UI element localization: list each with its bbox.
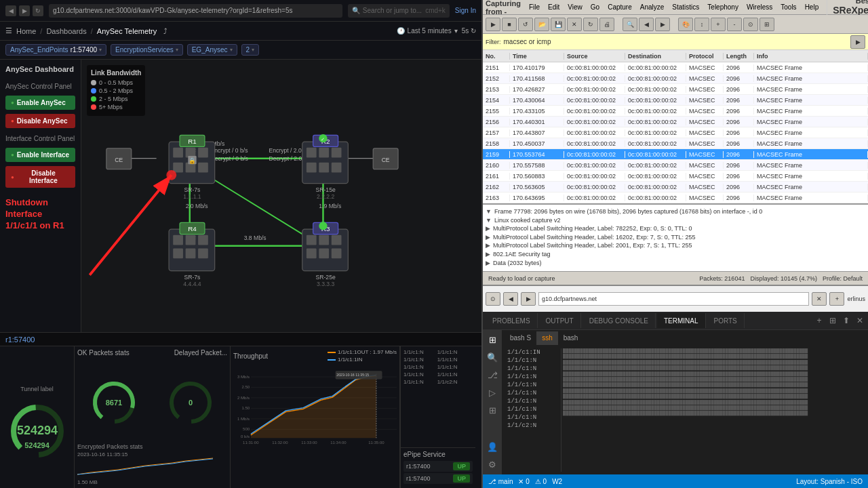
ws-btn-open[interactable]: 📂: [534, 18, 549, 31]
status-language[interactable]: Layout: Spanish - ISO: [796, 478, 863, 485]
detail-line[interactable]: ▶Data (2032 bytes): [486, 259, 865, 268]
packet-row[interactable]: 2153 170.426827 0c:00:81:00:00:02 0c:00:…: [483, 84, 868, 95]
ws-btn-find[interactable]: 🔍: [623, 18, 637, 31]
ws2-btn5[interactable]: +: [829, 292, 844, 306]
filter-apply-btn[interactable]: ▶: [850, 35, 865, 49]
term-if-9[interactable]: 1/1/c1:N: [507, 413, 558, 422]
term-if-7[interactable]: 1/1/c1:N: [507, 397, 558, 405]
detail-line[interactable]: ▼Linux cooked capture v2: [486, 216, 865, 225]
packet-row[interactable]: 2157 170.443807 0c:00:81:00:00:02 0c:00:…: [483, 127, 868, 138]
packet-row[interactable]: 2154 170.430064 0c:00:81:00:00:02 0c:00:…: [483, 95, 868, 106]
terminal-tab-bash[interactable]: bash S: [505, 331, 536, 345]
packet-row[interactable]: 2163 170.643695 0c:00:81:00:00:02 0c:00:…: [483, 192, 868, 203]
detail-line[interactable]: ▼Frame 77798: 2096 bytes on wire (16768 …: [486, 207, 865, 216]
new-terminal-btn[interactable]: +: [814, 315, 825, 326]
tab-problems[interactable]: PROBLEMS: [486, 313, 538, 328]
url-bar[interactable]: g10.dcfpartnews.net:3000/d/kawVPD-Gk/any…: [49, 4, 342, 18]
menu-analyze[interactable]: Analyze: [640, 3, 665, 11]
terminal-tab-ssh[interactable]: ssh: [536, 331, 558, 345]
detail-line[interactable]: ▶MultiProtocol Label Switching Header, L…: [486, 241, 865, 250]
nav-anysec[interactable]: AnySec Telemetry: [97, 27, 157, 35]
ws-btn-autoscroll[interactable]: ↕: [694, 18, 709, 31]
close-terminal-btn[interactable]: ✕: [854, 315, 865, 326]
menu-wireless[interactable]: Wireless: [747, 3, 772, 11]
terminal-tab-bash2[interactable]: bash: [558, 331, 584, 345]
ws2-btn4[interactable]: ✕: [812, 292, 827, 306]
packet-row[interactable]: 2160 170.557588 0c:00:81:00:00:02 0c:00:…: [483, 160, 868, 171]
reload-btn[interactable]: ↻: [33, 5, 43, 16]
ws-btn-zoom-reset[interactable]: ⊙: [743, 18, 758, 31]
menu-view[interactable]: View: [568, 3, 583, 11]
ws-btn-reload[interactable]: ↻: [583, 18, 598, 31]
tab-terminal[interactable]: TERMINAL: [657, 313, 706, 328]
term-if-4[interactable]: 1/1/c1:N: [507, 373, 558, 381]
activity-accounts[interactable]: 👤: [485, 439, 500, 454]
term-if-6[interactable]: 1/1/c1:N: [507, 389, 558, 397]
ws-btn-close[interactable]: ✕: [567, 18, 582, 31]
menu-file[interactable]: File: [529, 3, 540, 11]
ws-btn-start[interactable]: ▶: [486, 18, 500, 31]
ws-btn-save[interactable]: 💾: [551, 18, 566, 31]
detail-line[interactable]: ▶802.1AE Security tag: [486, 250, 865, 259]
back-btn[interactable]: ◀: [5, 5, 16, 16]
filter-eg-anysec[interactable]: EG_Anysec ▾: [187, 44, 237, 56]
packet-row[interactable]: 2151 170.410179 0c:00:81:00:00:02 0c:00:…: [483, 62, 868, 73]
ws-btn-print[interactable]: 🖨: [599, 18, 614, 31]
enable-interface-btn[interactable]: Enable Interface: [5, 148, 75, 162]
packet-row[interactable]: 2158 170.450037 0c:00:81:00:00:02 0c:00:…: [483, 138, 868, 149]
status-warnings[interactable]: ⚠ 0: [535, 478, 547, 485]
split-terminal-btn[interactable]: ⊞: [827, 315, 838, 326]
ws2-btn3[interactable]: ▶: [521, 292, 536, 306]
ws-btn-zoom-in[interactable]: +: [711, 18, 726, 31]
menu-edit[interactable]: Edit: [548, 3, 559, 11]
filter-endpoints[interactable]: AnySec_EndPoints r1:57400 ▾: [5, 44, 106, 56]
menu-tools[interactable]: Tools: [781, 3, 796, 11]
ws2-filter-input[interactable]: [538, 292, 809, 306]
menu-statistics[interactable]: Statistics: [672, 3, 699, 11]
ws-btn-stop[interactable]: ■: [502, 18, 517, 31]
filter-number[interactable]: 2 ▾: [241, 44, 260, 56]
filter-input[interactable]: [504, 36, 848, 48]
nav-home[interactable]: Home: [16, 27, 36, 35]
activity-debug[interactable]: ▷: [485, 385, 500, 400]
activity-extensions[interactable]: ⊞: [485, 403, 500, 418]
ws-btn-colorize[interactable]: 🎨: [678, 18, 693, 31]
menu-go[interactable]: Go: [591, 3, 599, 11]
git-branch[interactable]: ⎇ main: [488, 478, 513, 485]
maximize-terminal-btn[interactable]: ⬆: [841, 315, 852, 326]
term-if-8[interactable]: 1/1/c1:N: [507, 405, 558, 413]
share-icon[interactable]: ⤴: [163, 27, 167, 35]
packet-row[interactable]: 2161 170.560883 0c:00:81:00:00:02 0c:00:…: [483, 171, 868, 182]
packet-row[interactable]: 2162 170.563605 0c:00:81:00:00:02 0c:00:…: [483, 182, 868, 192]
menu-capture[interactable]: Capture: [608, 3, 632, 11]
activity-explorer[interactable]: ⊞: [485, 332, 500, 347]
hamburger-icon[interactable]: ☰: [5, 26, 12, 35]
search-bar[interactable]: 🔍 Search or jump to... cmd+k: [348, 4, 450, 18]
detail-line[interactable]: ▶MultiProtocol Label Switching Header, L…: [486, 224, 865, 233]
packet-row[interactable]: 2155 170.433105 0c:00:81:00:00:02 0c:00:…: [483, 106, 868, 117]
activity-search[interactable]: 🔍: [485, 350, 500, 365]
tab-ports[interactable]: PORTS: [707, 313, 745, 328]
term-if-1[interactable]: 1/1/c1:IN: [507, 348, 558, 357]
ws-btn-restart[interactable]: ↺: [518, 18, 533, 31]
disable-interface-btn[interactable]: Disable Interface: [5, 166, 75, 188]
tab-debug[interactable]: DEBUG CONSOLE: [583, 313, 656, 328]
status-errors[interactable]: ✕ 0: [518, 478, 529, 485]
menu-help[interactable]: Help: [805, 3, 819, 11]
term-if-10[interactable]: 1/1/c2:N: [507, 422, 558, 430]
tab-output[interactable]: OUTPUT: [539, 313, 581, 328]
packet-row[interactable]: 2152 170.411568 0c:00:81:00:00:02 0c:00:…: [483, 73, 868, 84]
enable-anysec-btn[interactable]: Enable AnySec: [5, 96, 75, 110]
detail-line[interactable]: ▶MultiProtocol Label Switching Header, L…: [486, 233, 865, 242]
term-if-3[interactable]: 1/1/c1:N: [507, 365, 558, 373]
terminal-output[interactable]: ████████████████████████████████████████…: [563, 348, 863, 472]
term-if-5[interactable]: 1/1/c1:N: [507, 381, 558, 389]
term-if-2[interactable]: 1/1/c1:N: [507, 357, 558, 365]
ws-btn-forward[interactable]: ▶: [655, 18, 670, 31]
ws2-btn1[interactable]: ⊙: [486, 292, 500, 306]
sign-in-btn[interactable]: Sign In: [455, 7, 476, 14]
ws-btn-resize[interactable]: ⊞: [760, 18, 774, 31]
activity-scm[interactable]: ⎇: [485, 367, 500, 382]
time-range-selector[interactable]: 🕐 Last 5 minutes ▾: [397, 27, 458, 35]
filter-encryption[interactable]: EncryptionServices ▾: [111, 44, 183, 56]
